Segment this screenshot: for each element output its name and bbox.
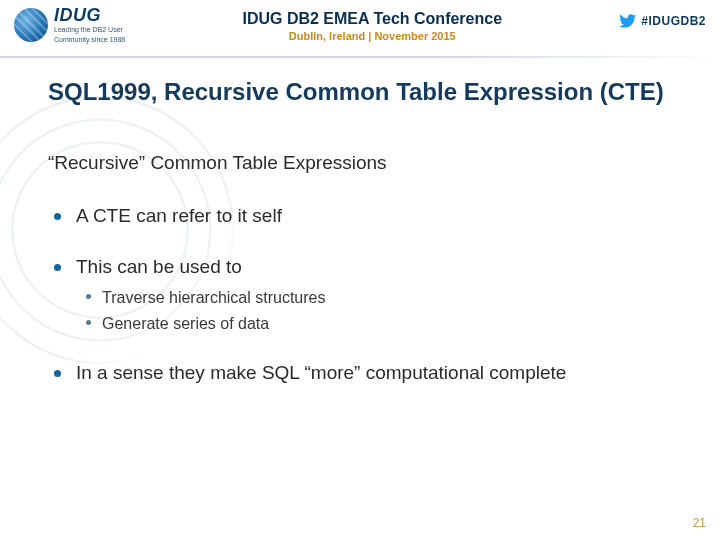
bullet-list-level2: Traverse hierarchical structures Generat…: [76, 287, 674, 334]
sub-bullet-text: Generate series of data: [102, 315, 269, 332]
slide-title: SQL1999, Recursive Common Table Expressi…: [48, 78, 674, 106]
bullet-text: This can be used to: [76, 256, 242, 277]
header-right: #IDUGDB2: [619, 6, 706, 30]
page-number: 21: [693, 516, 706, 530]
hashtag-text: #IDUGDB2: [641, 14, 706, 28]
header-center: IDUG DB2 EMEA Tech Conference Dublin, Ir…: [125, 6, 619, 42]
header-bar: IDUG Leading the DB2 User Community sinc…: [0, 0, 720, 58]
idug-logo: IDUG Leading the DB2 User Community sinc…: [14, 6, 125, 43]
bullet-item: This can be used to Traverse hierarchica…: [48, 255, 674, 335]
bullet-item: A CTE can refer to it self: [48, 204, 674, 229]
slide: IDUG Leading the DB2 User Community sinc…: [0, 0, 720, 540]
bullet-list-level1: A CTE can refer to it self This can be u…: [48, 204, 674, 385]
sub-bullet-item: Traverse hierarchical structures: [76, 287, 674, 309]
bullet-item: In a sense they make SQL “more” computat…: [48, 361, 674, 386]
logo-text-block: IDUG Leading the DB2 User Community sinc…: [54, 6, 125, 43]
logo-tagline-1: Leading the DB2 User: [54, 26, 125, 34]
logo-tagline-2: Community since 1988: [54, 36, 125, 44]
sub-bullet-text: Traverse hierarchical structures: [102, 289, 325, 306]
globe-icon: [14, 8, 48, 42]
content-area: SQL1999, Recursive Common Table Expressi…: [0, 58, 720, 385]
logo-main-text: IDUG: [54, 6, 125, 24]
conference-subtitle: Dublin, Ireland | November 2015: [125, 30, 619, 42]
bullet-text: In a sense they make SQL “more” computat…: [76, 362, 566, 383]
bullet-text: A CTE can refer to it self: [76, 205, 282, 226]
conference-title: IDUG DB2 EMEA Tech Conference: [125, 10, 619, 28]
slide-subheading: “Recursive” Common Table Expressions: [48, 152, 674, 174]
twitter-bird-icon: [619, 12, 637, 30]
sub-bullet-item: Generate series of data: [76, 313, 674, 335]
